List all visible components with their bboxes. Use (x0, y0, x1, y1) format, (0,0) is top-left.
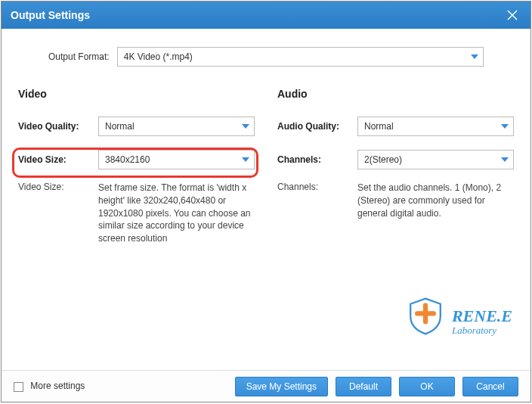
output-format-label: Output Format: (48, 51, 110, 62)
more-settings-checkbox[interactable]: More settings (14, 381, 85, 391)
brand-subtitle: Laboratory (452, 325, 512, 337)
video-size-desc-text: Set frame size. The format is 'width x h… (98, 182, 255, 245)
audio-channels-dropdown[interactable]: 2(Stereo) (357, 150, 514, 169)
bottom-toolbar: More settings Save My Settings Default O… (2, 370, 530, 402)
audio-quality-row: Audio Quality: Normal (277, 115, 514, 138)
video-quality-label: Video Quality: (18, 121, 98, 132)
audio-channels-desc-label: Channels: (277, 182, 357, 219)
chevron-down-icon (471, 54, 478, 59)
audio-quality-label: Audio Quality: (277, 121, 357, 132)
content-area: Output Format: 4K Video (*.mp4) Video Vi… (2, 29, 530, 370)
more-settings-label: More settings (30, 381, 85, 391)
audio-channels-label: Channels: (277, 154, 357, 165)
video-quality-dropdown[interactable]: Normal (98, 117, 255, 136)
output-format-dropdown[interactable]: 4K Video (*.mp4) (117, 47, 484, 67)
shield-icon (405, 296, 446, 337)
cancel-button[interactable]: Cancel (462, 377, 518, 396)
ok-button[interactable]: OK (399, 377, 455, 396)
audio-quality-dropdown[interactable]: Normal (357, 117, 514, 136)
brand-text: RENE.E Laboratory (452, 306, 512, 337)
chevron-down-icon (242, 157, 249, 162)
video-quality-row: Video Quality: Normal (18, 115, 255, 138)
chevron-down-icon (242, 124, 249, 129)
chevron-down-icon (501, 157, 509, 162)
video-section-title: Video (18, 88, 255, 100)
video-quality-value: Normal (105, 121, 135, 132)
default-button[interactable]: Default (336, 377, 391, 396)
video-size-dropdown[interactable]: 3840x2160 (98, 150, 255, 169)
audio-section-title: Audio (277, 88, 514, 100)
video-column: Video Video Quality: Normal Video Size: … (18, 88, 255, 364)
chevron-down-icon (501, 124, 509, 129)
output-format-row: Output Format: 4K Video (*.mp4) (18, 47, 514, 67)
brand-logo: RENE.E Laboratory (405, 296, 512, 337)
audio-channels-row: Channels: 2(Stereo) (277, 148, 514, 171)
window-title: Output Settings (11, 9, 90, 21)
brand-name: RENE.E (452, 306, 512, 325)
output-format-value: 4K Video (*.mp4) (124, 51, 193, 62)
audio-quality-value: Normal (364, 121, 394, 132)
audio-channels-value: 2(Stereo) (364, 154, 402, 165)
title-bar: Output Settings (2, 2, 530, 29)
audio-channels-description-row: Channels: Set the audio channels. 1 (Mon… (277, 182, 514, 219)
save-my-settings-button[interactable]: Save My Settings (235, 377, 328, 396)
video-size-description-row: Video Size: Set frame size. The format i… (18, 182, 255, 245)
video-size-label: Video Size: (18, 154, 98, 165)
checkbox-icon (14, 382, 23, 392)
video-size-value: 3840x2160 (105, 154, 150, 165)
video-size-row: Video Size: 3840x2160 (18, 148, 255, 171)
output-settings-window: Output Settings Output Format: 4K Video … (1, 1, 531, 402)
audio-channels-desc-text: Set the audio channels. 1 (Mono), 2 (Ste… (357, 182, 514, 219)
video-size-desc-label: Video Size: (18, 182, 98, 245)
close-icon[interactable] (503, 6, 521, 24)
